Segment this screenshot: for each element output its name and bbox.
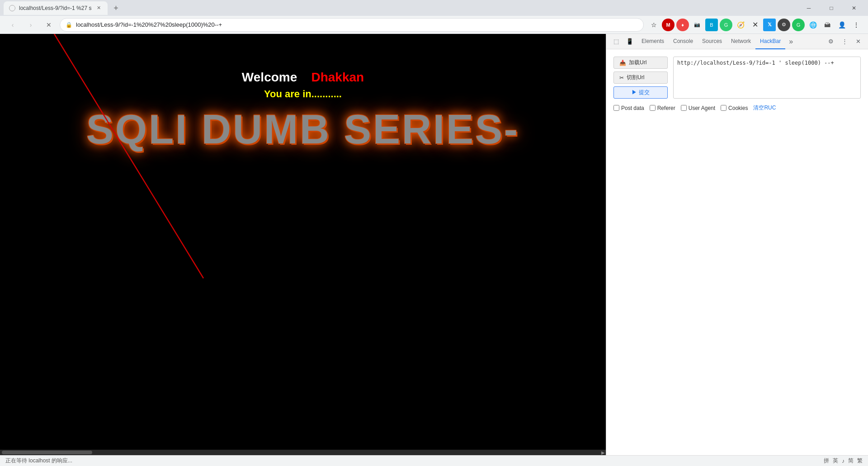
split-url-label: 切割Url [627, 74, 644, 81]
toolbar-right: ☆ M ♦ 📷 B G 🧭 ✕ 𝕏 ⚙ G 🌐 🏔 👤 ⋮ [647, 19, 863, 31]
forward-button[interactable]: › [24, 18, 38, 32]
submit-button[interactable]: ▶ 提交 [613, 86, 668, 99]
tab-close-button[interactable]: ✕ [95, 5, 102, 12]
devtools-right-controls: ⚙ ⋮ ✕ [825, 35, 864, 48]
ime-eng: 英 [833, 457, 838, 465]
browser-window: localhost/Less-9/?id=-1 %27 s ✕ + ─ □ ✕ … [0, 0, 868, 466]
ext2-icon[interactable]: ♦ [676, 19, 689, 31]
user-agent-checkbox-item: User Agent [681, 105, 715, 111]
hackbar-checkboxes-row: Post data Referer User Agent Cookies 清 [613, 104, 861, 112]
ext6-icon[interactable]: 🧭 [734, 19, 747, 31]
ime-music: ♪ [842, 458, 844, 464]
tab-bar: localhost/Less-9/?id=-1 %27 s ✕ + [4, 1, 795, 15]
ext1-icon[interactable]: M [662, 19, 675, 31]
active-tab[interactable]: localhost/Less-9/?id=-1 %27 s ✕ [4, 1, 108, 15]
url-path: /Less-9/?id=-1%20%27%20sleep(1000)%20--+ [99, 21, 222, 28]
main-area: Welcome Dhakkan You are in........... SQ… [0, 34, 868, 455]
user-agent-label: User Agent [689, 105, 715, 111]
status-bar: 正在等待 localhost 的响应... 拼 英 ♪ 简 繁 [0, 455, 868, 466]
load-url-label: 加载Url [629, 59, 646, 67]
ext11-icon[interactable]: 🌐 [807, 19, 819, 31]
devtools-panel: ⬚ 📱 Elements Console Sources Network [606, 34, 868, 455]
lock-icon: 🔒 [66, 22, 72, 28]
ext12-icon[interactable]: 🏔 [821, 19, 834, 31]
hackbar-panel: 📥 加载Url ✂ 切割Url ▶ 提交 http://localhost/Le… [606, 49, 868, 455]
window-controls: ─ □ ✕ [798, 0, 864, 16]
ext8-icon[interactable]: 𝕏 [763, 19, 776, 31]
post-data-checkbox-item: Post data [613, 105, 644, 111]
devtools-settings-button[interactable]: ⚙ [825, 35, 837, 48]
devtools-inspect-button[interactable]: ⬚ [610, 35, 623, 48]
post-data-label: Post data [621, 105, 644, 111]
loading-status: 正在等待 localhost 的响应... [5, 457, 72, 465]
clear-ruc-link[interactable]: 清空RUC [753, 104, 776, 112]
post-data-checkbox[interactable] [613, 105, 619, 111]
url-host: localhost [76, 21, 99, 28]
minimize-button[interactable]: ─ [798, 0, 819, 16]
devtools-toolbar: ⬚ 📱 Elements Console Sources Network [606, 34, 868, 49]
submit-label: ▶ 提交 [632, 89, 649, 96]
tab-elements[interactable]: Elements [637, 34, 669, 49]
scrollbar-right-arrow[interactable]: ▶ [600, 450, 606, 455]
reload-button[interactable]: ✕ [42, 18, 56, 32]
load-url-icon: 📥 [619, 60, 626, 66]
horizontal-scrollbar[interactable]: ▶ [0, 450, 606, 455]
cookies-label: Cookies [728, 105, 748, 111]
scrollbar-thumb[interactable] [2, 451, 92, 454]
tab-favicon [9, 5, 15, 11]
referer-label: Referer [657, 105, 675, 111]
close-button[interactable]: ✕ [844, 0, 864, 16]
ext10-icon[interactable]: G [792, 19, 805, 31]
menu-button[interactable]: ⋮ [850, 19, 863, 31]
tab-network[interactable]: Network [726, 34, 755, 49]
sqli-title: SQLI DUMB SERIES- [0, 109, 606, 150]
ext5-icon[interactable]: G [720, 19, 732, 31]
referer-checkbox[interactable] [650, 105, 656, 111]
cookies-checkbox-item: Cookies [721, 105, 748, 111]
new-tab-button[interactable]: + [109, 2, 122, 15]
webpage-content: Welcome Dhakkan You are in........... SQ… [0, 34, 606, 150]
you-are-in-text: You are in........... [0, 88, 606, 100]
welcome-label: Welcome [242, 70, 297, 84]
hackbar-main-row: 📥 加载Url ✂ 切割Url ▶ 提交 http://localhost/Le… [613, 57, 861, 99]
devtools-mobile-button[interactable]: 📱 [623, 35, 636, 48]
tab-console[interactable]: Console [669, 34, 698, 49]
tab-more-button[interactable]: » [785, 38, 797, 46]
user-agent-checkbox[interactable] [681, 105, 687, 111]
webpage: Welcome Dhakkan You are in........... SQ… [0, 34, 606, 455]
tab-title: localhost/Less-9/?id=-1 %27 s [19, 5, 91, 11]
devtools-close-button[interactable]: ✕ [852, 35, 864, 48]
load-url-button[interactable]: 📥 加载Url [613, 57, 668, 69]
welcome-line: Welcome Dhakkan [0, 70, 606, 85]
devtools-more-button[interactable]: ⋮ [838, 35, 851, 48]
back-button[interactable]: ‹ [5, 18, 20, 32]
hackbar-buttons-column: 📥 加载Url ✂ 切割Url ▶ 提交 [613, 57, 668, 99]
status-right: 拼 英 ♪ 简 繁 [824, 457, 863, 465]
ext3-icon[interactable]: 📷 [691, 19, 703, 31]
address-bar[interactable]: 🔒 localhost/Less-9/?id=-1%20%27%20sleep(… [60, 18, 644, 32]
devtools-tabs: Elements Console Sources Network HackBar… [637, 34, 824, 49]
cookies-checkbox[interactable] [721, 105, 726, 111]
ext9-icon[interactable]: ⚙ [778, 19, 790, 31]
ext7-icon[interactable]: ✕ [749, 19, 761, 31]
toolbar: ‹ › ✕ 🔒 localhost/Less-9/?id=-1%20%27%20… [0, 16, 868, 34]
ext4-icon[interactable]: B [705, 19, 718, 31]
profile-icon[interactable]: 👤 [835, 19, 848, 31]
url-display: localhost/Less-9/?id=-1%20%27%20sleep(10… [76, 21, 638, 28]
referer-checkbox-item: Referer [650, 105, 675, 111]
user-label: Dhakkan [311, 70, 364, 84]
star-button[interactable]: ☆ [647, 19, 660, 31]
tab-hackbar[interactable]: HackBar [755, 34, 785, 49]
tab-sources[interactable]: Sources [698, 34, 726, 49]
hackbar-url-input[interactable]: http://localhost/Less-9/?id=-1 ' sleep(1… [673, 57, 861, 99]
maximize-button[interactable]: □ [821, 0, 842, 16]
title-bar: localhost/Less-9/?id=-1 %27 s ✕ + ─ □ ✕ [0, 0, 868, 16]
ime-pin: 拼 [824, 457, 829, 465]
split-url-button[interactable]: ✂ 切割Url [613, 71, 668, 84]
ime-simplified: 简 [848, 457, 854, 465]
ime-traditional: 繁 [857, 457, 863, 465]
split-url-icon: ✂ [619, 75, 624, 81]
